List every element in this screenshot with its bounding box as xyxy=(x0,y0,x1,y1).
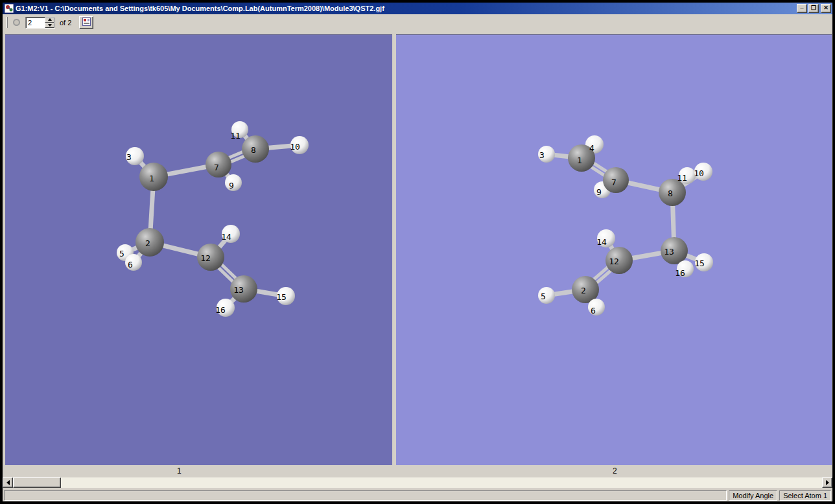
atom-label-H4: 4 xyxy=(589,143,594,153)
spin-down-button[interactable] xyxy=(45,23,54,28)
restore-button[interactable]: ❐ xyxy=(808,4,819,13)
viewport-area: 3111879105261214131615 34197118101412131… xyxy=(3,30,832,465)
record-circle-icon xyxy=(13,19,20,26)
statusbar: Modify Angle Select Atom 1 xyxy=(3,490,832,501)
status-mode: Modify Angle xyxy=(729,490,777,501)
atom-label-C12: 12 xyxy=(609,257,619,266)
atom-label-H3: 3 xyxy=(126,152,132,162)
atom-label-H5: 5 xyxy=(119,249,124,258)
spinner-arrows xyxy=(45,17,54,28)
atom-label-H11: 11 xyxy=(677,173,687,183)
atom-label-C13: 13 xyxy=(664,247,674,257)
atom-label-C7: 7 xyxy=(214,163,219,172)
panel-2-label: 2 xyxy=(613,466,617,475)
frame-count-label: of 2 xyxy=(60,19,71,27)
atom-label-H9: 9 xyxy=(596,187,602,197)
status-message xyxy=(4,490,727,501)
frame-icon xyxy=(82,17,91,28)
atom-label-C2: 2 xyxy=(581,286,586,295)
atom-label-H10: 10 xyxy=(290,142,300,152)
atom-label-H15: 15 xyxy=(276,292,287,302)
frame-number-input[interactable] xyxy=(26,17,45,28)
atom-label-H10: 10 xyxy=(694,168,704,178)
toolbar-grabber[interactable] xyxy=(6,17,8,28)
atom-label-H11: 11 xyxy=(230,131,241,141)
atom-label-H5: 5 xyxy=(541,292,546,301)
atom-label-C1: 1 xyxy=(149,174,154,183)
frame-spinbox[interactable] xyxy=(25,17,55,29)
atom-label-H15: 15 xyxy=(694,258,705,268)
atom-label-C8: 8 xyxy=(668,189,673,198)
atom-label-H9: 9 xyxy=(229,181,234,190)
scroll-left-icon xyxy=(4,480,10,485)
panel-label-strip: 1 2 xyxy=(3,465,832,477)
viewport-1[interactable]: 3111879105261214131615 xyxy=(5,34,392,465)
horizontal-scrollbar[interactable] xyxy=(3,477,832,488)
spin-up-button[interactable] xyxy=(45,17,54,23)
atom-label-C13: 13 xyxy=(233,285,244,295)
window-title: G1:M2:V1 - C:\Documents and Settings\tk6… xyxy=(16,5,795,12)
scroll-right-icon xyxy=(826,480,832,485)
minimize-button[interactable]: _ xyxy=(797,4,807,13)
atom-label-C2: 2 xyxy=(145,238,150,248)
atom-label-C8: 8 xyxy=(251,145,256,155)
atom-label-H6: 6 xyxy=(128,260,133,269)
atom-label-H3: 3 xyxy=(539,150,545,160)
app-window: G1:M2:V1 - C:\Documents and Settings\tk6… xyxy=(0,0,835,504)
scroll-right-button[interactable] xyxy=(822,477,832,488)
scrollbar-thumb[interactable] xyxy=(13,477,61,488)
scrollbar-track[interactable] xyxy=(13,477,822,488)
close-button[interactable]: ✕ xyxy=(821,4,831,13)
panel-1-label: 1 xyxy=(177,466,182,475)
toolbar: of 2 xyxy=(3,14,832,30)
app-icon xyxy=(5,4,14,13)
scroll-left-button[interactable] xyxy=(3,477,13,488)
frame-display-button[interactable] xyxy=(79,16,93,29)
atom-label-H16: 16 xyxy=(675,268,685,278)
status-selection: Select Atom 1 xyxy=(779,490,831,501)
atom-label-C12: 12 xyxy=(200,253,211,263)
atom-label-C1: 1 xyxy=(577,155,582,165)
viewport-2[interactable]: 34197118101412131615526 xyxy=(396,34,832,465)
atom-label-H14: 14 xyxy=(596,237,607,247)
titlebar[interactable]: G1:M2:V1 - C:\Documents and Settings\tk6… xyxy=(3,3,832,14)
atom-label-H14: 14 xyxy=(221,232,231,242)
atom-label-H16: 16 xyxy=(215,305,226,315)
atom-label-H6: 6 xyxy=(591,306,596,315)
atom-label-C7: 7 xyxy=(611,178,617,187)
